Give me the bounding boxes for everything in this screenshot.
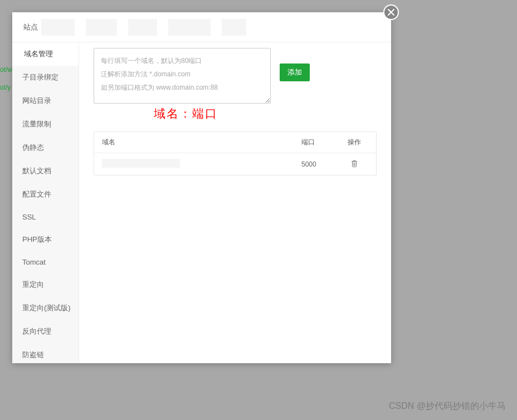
sidebar-item-redirect-beta[interactable]: 重定向(测试版) <box>12 296 79 320</box>
censored-block <box>168 19 211 36</box>
cell-action <box>340 160 368 169</box>
sidebar-item-label: Tomcat <box>22 258 46 266</box>
sidebar-item-default-doc[interactable]: 默认文档 <box>12 159 79 183</box>
sidebar-item-rate-limit[interactable]: 流量限制 <box>12 113 79 136</box>
watermark: CSDN @抄代码抄错的小牛马 <box>389 401 506 412</box>
sidebar-item-ssl[interactable]: SSL <box>12 206 79 228</box>
site-config-modal: 站点 域名管理 子目录绑定 网站目录 流量限制 伪静态 默认文档 配置文件 SS… <box>12 12 391 363</box>
sidebar-item-label: 防盗链 <box>22 350 44 359</box>
sidebar: 域名管理 子目录绑定 网站目录 流量限制 伪静态 默认文档 配置文件 SSL P… <box>12 42 79 363</box>
sidebar-item-reverse-proxy[interactable]: 反向代理 <box>12 320 79 343</box>
bg-text-1: ot/w <box>0 66 12 74</box>
sidebar-item-label: 子目录绑定 <box>22 73 58 81</box>
content-pane: 添加 域名：端口 域名 端口 操作 5000 <box>79 42 391 363</box>
sidebar-item-rewrite[interactable]: 伪静态 <box>12 136 79 159</box>
sidebar-item-label: 配置文件 <box>22 190 51 198</box>
sidebar-item-php-version[interactable]: PHP版本 <box>12 228 79 251</box>
domain-input[interactable] <box>94 48 271 104</box>
bg-text-2: ot/y <box>0 84 11 91</box>
sidebar-item-label: 流量限制 <box>22 120 51 128</box>
censored-block <box>222 19 246 36</box>
sidebar-item-label: SSL <box>22 213 36 221</box>
sidebar-item-label: 域名管理 <box>24 50 53 58</box>
sidebar-item-tomcat[interactable]: Tomcat <box>12 251 79 273</box>
domain-table: 域名 端口 操作 5000 <box>94 131 377 175</box>
sidebar-item-label: 反向代理 <box>22 327 51 335</box>
sidebar-item-site-dir[interactable]: 网站目录 <box>12 89 79 113</box>
modal-header: 站点 <box>12 12 391 42</box>
add-button[interactable]: 添加 <box>280 64 310 81</box>
trash-icon <box>351 160 358 167</box>
table-header-row: 域名 端口 操作 <box>94 132 376 153</box>
censored-block <box>86 19 117 36</box>
domain-add-row: 添加 <box>94 48 377 104</box>
sidebar-item-subdir-bind[interactable]: 子目录绑定 <box>12 66 79 89</box>
censored-block <box>41 19 75 36</box>
annotation-text: 域名：端口 <box>94 106 277 121</box>
sidebar-item-label: PHP版本 <box>22 235 52 243</box>
modal-title-prefix: 站点 <box>23 22 38 32</box>
sidebar-item-label: 伪静态 <box>22 143 44 152</box>
cell-port: 5000 <box>301 160 340 168</box>
table-row: 5000 <box>94 153 376 175</box>
modal-body: 域名管理 子目录绑定 网站目录 流量限制 伪静态 默认文档 配置文件 SSL P… <box>12 42 391 363</box>
censored-block <box>128 19 157 36</box>
cell-domain <box>102 159 301 169</box>
col-header-action: 操作 <box>340 138 368 147</box>
sidebar-item-redirect[interactable]: 重定向 <box>12 273 79 296</box>
sidebar-item-label: 网站目录 <box>22 96 51 105</box>
sidebar-item-hotlink[interactable]: 防盗链 <box>12 343 79 363</box>
sidebar-item-label: 重定向(测试版) <box>22 304 71 312</box>
sidebar-item-label: 默认文档 <box>22 167 51 175</box>
sidebar-item-domain-manage[interactable]: 域名管理 <box>12 42 79 66</box>
col-header-domain: 域名 <box>102 138 301 147</box>
sidebar-item-config-file[interactable]: 配置文件 <box>12 183 79 206</box>
delete-button[interactable] <box>351 160 358 167</box>
sidebar-item-label: 重定向 <box>22 280 44 289</box>
censored-domain <box>102 159 180 168</box>
col-header-port: 端口 <box>301 138 340 147</box>
close-icon <box>388 9 394 16</box>
modal-close-button[interactable] <box>383 4 399 20</box>
